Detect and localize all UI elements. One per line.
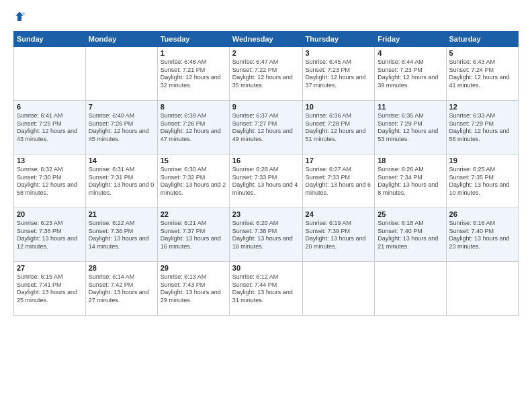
day-number: 28 [89,264,154,272]
day-number: 13 [17,156,83,165]
day-number: 11 [378,103,443,111]
calendar-cell [85,47,157,101]
day-number: 10 [306,103,372,111]
day-info: Sunrise: 6:33 AMSunset: 7:29 PMDaylight:… [449,112,515,144]
header-cell-wednesday: Wednesday [229,32,302,47]
day-info: Sunrise: 6:20 AMSunset: 7:38 PMDaylight:… [232,220,300,251]
calendar-cell: 8Sunrise: 6:39 AMSunset: 7:26 PMDaylight… [157,101,229,154]
day-number: 23 [232,210,300,218]
day-info: Sunrise: 6:32 AMSunset: 7:30 PMDaylight:… [17,166,83,197]
day-info: Sunrise: 6:36 AMSunset: 7:28 PMDaylight:… [306,112,372,144]
calendar-cell: 12Sunrise: 6:33 AMSunset: 7:29 PMDayligh… [446,101,518,154]
header-cell-sunday: Sunday [14,32,86,47]
day-number: 7 [89,103,154,111]
day-info: Sunrise: 6:13 AMSunset: 7:43 PMDaylight:… [161,273,226,305]
calendar-cell: 13Sunrise: 6:32 AMSunset: 7:30 PMDayligh… [14,154,86,208]
header-row: SundayMondayTuesdayWednesdayThursdayFrid… [14,32,519,47]
day-info: Sunrise: 6:43 AMSunset: 7:24 PMDaylight:… [449,58,515,90]
day-info: Sunrise: 6:37 AMSunset: 7:27 PMDaylight:… [232,112,300,144]
day-info: Sunrise: 6:23 AMSunset: 7:36 PMDaylight:… [17,220,83,251]
day-number: 2 [232,49,300,57]
day-number: 5 [449,49,515,57]
day-info: Sunrise: 6:40 AMSunset: 7:26 PMDaylight:… [89,112,154,144]
day-info: Sunrise: 6:48 AMSunset: 7:21 PMDaylight:… [161,58,226,90]
calendar-cell [14,47,86,101]
day-number: 29 [161,264,226,272]
calendar-cell: 3Sunrise: 6:45 AMSunset: 7:23 PMDaylight… [302,47,375,101]
day-info: Sunrise: 6:26 AMSunset: 7:34 PMDaylight:… [378,166,443,197]
calendar-cell: 6Sunrise: 6:41 AMSunset: 7:25 PMDaylight… [14,101,86,154]
day-number: 21 [89,210,154,218]
calendar: SundayMondayTuesdayWednesdayThursdayFrid… [13,31,519,316]
calendar-body: 1Sunrise: 6:48 AMSunset: 7:21 PMDaylight… [14,47,519,316]
calendar-cell [375,262,446,316]
day-number: 15 [161,156,226,165]
calendar-cell: 20Sunrise: 6:23 AMSunset: 7:36 PMDayligh… [14,208,86,262]
day-number: 4 [378,49,443,57]
day-info: Sunrise: 6:35 AMSunset: 7:29 PMDaylight:… [378,112,443,144]
page: SundayMondayTuesdayWednesdayThursdayFrid… [0,0,532,411]
day-number: 1 [161,49,226,57]
calendar-cell: 10Sunrise: 6:36 AMSunset: 7:28 PMDayligh… [302,101,375,154]
calendar-header: SundayMondayTuesdayWednesdayThursdayFrid… [14,32,519,47]
day-number: 8 [161,103,226,111]
day-info: Sunrise: 6:22 AMSunset: 7:36 PMDaylight:… [89,220,154,251]
calendar-week-3: 13Sunrise: 6:32 AMSunset: 7:30 PMDayligh… [14,154,519,208]
day-info: Sunrise: 6:25 AMSunset: 7:35 PMDaylight:… [449,166,515,197]
day-number: 30 [232,264,300,272]
day-info: Sunrise: 6:27 AMSunset: 7:33 PMDaylight:… [306,166,372,197]
calendar-cell: 23Sunrise: 6:20 AMSunset: 7:38 PMDayligh… [229,208,302,262]
day-number: 25 [378,210,443,218]
calendar-cell: 5Sunrise: 6:43 AMSunset: 7:24 PMDaylight… [446,47,518,101]
calendar-cell: 14Sunrise: 6:31 AMSunset: 7:31 PMDayligh… [85,154,157,208]
calendar-week-2: 6Sunrise: 6:41 AMSunset: 7:25 PMDaylight… [14,101,519,154]
day-info: Sunrise: 6:18 AMSunset: 7:40 PMDaylight:… [378,220,443,251]
day-info: Sunrise: 6:47 AMSunset: 7:22 PMDaylight:… [232,58,300,90]
calendar-cell [302,262,375,316]
day-info: Sunrise: 6:21 AMSunset: 7:37 PMDaylight:… [161,220,226,251]
day-number: 27 [17,264,83,272]
calendar-cell: 21Sunrise: 6:22 AMSunset: 7:36 PMDayligh… [85,208,157,262]
day-info: Sunrise: 6:31 AMSunset: 7:31 PMDaylight:… [89,166,154,197]
day-info: Sunrise: 6:45 AMSunset: 7:23 PMDaylight:… [306,58,372,90]
calendar-cell: 1Sunrise: 6:48 AMSunset: 7:21 PMDaylight… [157,47,229,101]
calendar-cell: 2Sunrise: 6:47 AMSunset: 7:22 PMDaylight… [229,47,302,101]
calendar-cell: 28Sunrise: 6:14 AMSunset: 7:42 PMDayligh… [85,262,157,316]
calendar-cell: 18Sunrise: 6:26 AMSunset: 7:34 PMDayligh… [375,154,446,208]
calendar-cell [446,262,518,316]
day-info: Sunrise: 6:19 AMSunset: 7:39 PMDaylight:… [306,220,372,251]
day-info: Sunrise: 6:28 AMSunset: 7:33 PMDaylight:… [232,166,300,197]
calendar-cell: 4Sunrise: 6:44 AMSunset: 7:23 PMDaylight… [375,47,446,101]
day-number: 9 [232,103,300,111]
day-number: 16 [232,156,300,165]
day-number: 14 [89,156,154,165]
header-cell-tuesday: Tuesday [157,32,229,47]
day-number: 17 [306,156,372,165]
day-number: 19 [449,156,515,165]
calendar-cell: 15Sunrise: 6:30 AMSunset: 7:32 PMDayligh… [157,154,229,208]
calendar-cell: 16Sunrise: 6:28 AMSunset: 7:33 PMDayligh… [229,154,302,208]
calendar-cell: 26Sunrise: 6:16 AMSunset: 7:40 PMDayligh… [446,208,518,262]
day-info: Sunrise: 6:44 AMSunset: 7:23 PMDaylight:… [378,58,443,90]
day-info: Sunrise: 6:12 AMSunset: 7:44 PMDaylight:… [232,273,300,305]
calendar-week-4: 20Sunrise: 6:23 AMSunset: 7:36 PMDayligh… [14,208,519,262]
day-info: Sunrise: 6:14 AMSunset: 7:42 PMDaylight:… [89,273,154,305]
header-cell-friday: Friday [375,32,446,47]
calendar-cell: 25Sunrise: 6:18 AMSunset: 7:40 PMDayligh… [375,208,446,262]
calendar-cell: 22Sunrise: 6:21 AMSunset: 7:37 PMDayligh… [157,208,229,262]
header-cell-thursday: Thursday [302,32,375,47]
day-number: 26 [449,210,515,218]
calendar-cell: 9Sunrise: 6:37 AMSunset: 7:27 PMDaylight… [229,101,302,154]
calendar-cell: 17Sunrise: 6:27 AMSunset: 7:33 PMDayligh… [302,154,375,208]
calendar-cell: 30Sunrise: 6:12 AMSunset: 7:44 PMDayligh… [229,262,302,316]
day-number: 24 [306,210,372,218]
header-cell-saturday: Saturday [446,32,518,47]
calendar-week-1: 1Sunrise: 6:48 AMSunset: 7:21 PMDaylight… [14,47,519,101]
day-info: Sunrise: 6:16 AMSunset: 7:40 PMDaylight:… [449,220,515,251]
day-number: 12 [449,103,515,111]
day-number: 22 [161,210,226,218]
calendar-cell: 19Sunrise: 6:25 AMSunset: 7:35 PMDayligh… [446,154,518,208]
calendar-cell: 29Sunrise: 6:13 AMSunset: 7:43 PMDayligh… [157,262,229,316]
day-info: Sunrise: 6:39 AMSunset: 7:26 PMDaylight:… [161,112,226,144]
calendar-week-5: 27Sunrise: 6:15 AMSunset: 7:41 PMDayligh… [14,262,519,316]
